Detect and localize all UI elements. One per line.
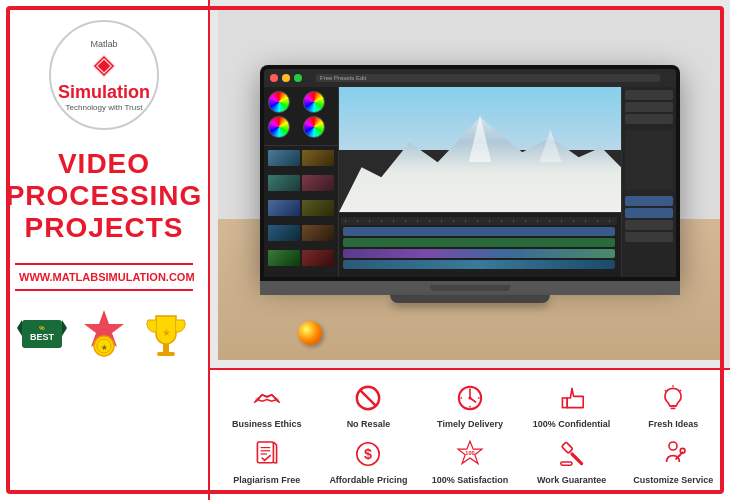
- affordable-pricing-icon: $: [350, 436, 386, 472]
- badge100-icon: 100: [454, 438, 486, 470]
- simulation-label: Simulation: [58, 83, 150, 101]
- svg-line-43: [572, 454, 582, 464]
- feature-label-timely-delivery: Timely Delivery: [437, 419, 503, 430]
- svg-rect-44: [560, 462, 571, 465]
- svg-rect-14: [157, 352, 175, 356]
- features-row-1: Business Ethics No Resale: [218, 380, 722, 430]
- badge-medal: ★: [78, 307, 130, 359]
- no-entry-icon: [352, 382, 384, 414]
- feature-confidential: 100% Confidential: [523, 380, 621, 430]
- tagline-label: Technology with Trust: [66, 103, 143, 112]
- business-ethics-icon: [249, 380, 285, 416]
- svg-marker-7: [17, 320, 22, 336]
- svg-rect-13: [163, 344, 169, 352]
- feature-satisfaction: 100 100% Satisfaction: [421, 436, 519, 486]
- lightbulb-icon: [657, 382, 689, 414]
- no-resale-icon: [350, 380, 386, 416]
- svg-text:BEST: BEST: [30, 332, 55, 342]
- badge-best: % BEST: [16, 307, 68, 359]
- badges-row: % BEST ★: [16, 307, 192, 359]
- svg-point-17: [274, 398, 279, 403]
- svg-text:$: $: [364, 446, 372, 462]
- plagiarism-free-icon: [249, 436, 285, 472]
- svg-rect-42: [561, 442, 572, 453]
- svg-text:★: ★: [101, 344, 108, 351]
- feature-work-guarantee: Work Guarantee: [523, 436, 621, 486]
- svg-point-45: [669, 442, 677, 450]
- feature-label-no-resale: No Resale: [347, 419, 391, 430]
- timely-delivery-icon: [452, 380, 488, 416]
- thumbsup-icon: [556, 382, 588, 414]
- medal-badge-icon: ★: [79, 308, 129, 358]
- customize-service-icon: [655, 436, 691, 472]
- feature-label-plagiarism-free: Plagiarism Free: [233, 475, 300, 486]
- features-area: Business Ethics No Resale: [210, 368, 730, 500]
- best-badge-icon: % BEST: [17, 308, 67, 358]
- svg-line-19: [360, 390, 376, 406]
- feature-affordable-pricing: $ Affordable Pricing: [320, 436, 418, 486]
- svg-point-16: [255, 398, 260, 403]
- logo-icon: ⬥: [89, 51, 119, 81]
- satisfaction-icon: 100: [452, 436, 488, 472]
- svg-marker-8: [62, 320, 67, 336]
- svg-text:%: %: [39, 325, 45, 331]
- website-url: WWW.MATLABSIMULATION.COM: [15, 263, 193, 291]
- monitor-area: Free Presets Edit: [210, 0, 730, 368]
- logo-circle: Matlab ⬥ Simulation Technology with Trus…: [49, 20, 159, 130]
- svg-point-47: [680, 449, 685, 454]
- svg-line-23: [470, 398, 476, 402]
- gavel-icon: [556, 438, 588, 470]
- feature-label-work-guarantee: Work Guarantee: [537, 475, 606, 486]
- feature-customize-service: Customize Service: [624, 436, 722, 486]
- feature-business-ethics: Business Ethics: [218, 380, 316, 430]
- feature-label-affordable-pricing: Affordable Pricing: [329, 475, 407, 486]
- feature-label-business-ethics: Business Ethics: [232, 419, 302, 430]
- features-row-2: Plagiarism Free $ Affordable Pricing: [218, 436, 722, 486]
- document-check-icon: [251, 438, 283, 470]
- svg-line-33: [665, 390, 666, 391]
- feature-plagiarism-free: Plagiarism Free: [218, 436, 316, 486]
- handshake-icon: [251, 382, 283, 414]
- clock-icon: [454, 382, 486, 414]
- dollar-icon: $: [352, 438, 384, 470]
- fresh-ideas-icon: [655, 380, 691, 416]
- svg-line-32: [680, 390, 681, 391]
- confidential-icon: [554, 380, 590, 416]
- svg-rect-28: [562, 398, 567, 408]
- feature-label-customize-service: Customize Service: [633, 475, 713, 486]
- svg-text:⬥: ⬥: [102, 63, 106, 70]
- work-guarantee-icon: [554, 436, 590, 472]
- svg-text:★: ★: [162, 327, 171, 338]
- main-layout: Matlab ⬥ Simulation Technology with Trus…: [0, 0, 730, 500]
- left-panel: Matlab ⬥ Simulation Technology with Trus…: [0, 0, 210, 500]
- page-title: VIDEO PROCESSING PROJECTS: [6, 148, 203, 245]
- feature-no-resale: No Resale: [320, 380, 418, 430]
- feature-fresh-ideas: Fresh Ideas: [624, 380, 722, 430]
- feature-timely-delivery: Timely Delivery: [421, 380, 519, 430]
- feature-label-satisfaction: 100% Satisfaction: [432, 475, 509, 486]
- feature-label-confidential: 100% Confidential: [533, 419, 611, 430]
- trophy-badge-icon: ★: [141, 308, 191, 358]
- right-panel: Free Presets Edit: [210, 0, 730, 500]
- tools-icon: [657, 438, 689, 470]
- matlab-label: Matlab: [90, 39, 117, 49]
- feature-label-fresh-ideas: Fresh Ideas: [648, 419, 698, 430]
- svg-text:100: 100: [465, 450, 474, 456]
- badge-trophy: ★: [140, 307, 192, 359]
